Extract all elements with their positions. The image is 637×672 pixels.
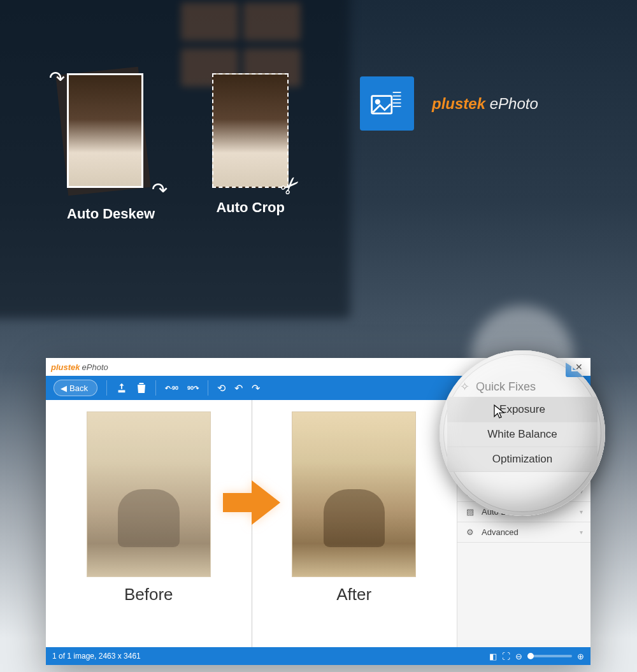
fit-screen-icon[interactable]: ⛶ — [502, 652, 510, 661]
app-brand-block: plustek ePhoto — [360, 76, 538, 131]
deskew-photo: ↶ ↷ — [67, 73, 150, 194]
zoom-slider[interactable] — [527, 655, 572, 657]
feature-samples: ↶ ↷ Auto Deskew ✂ Auto Crop — [67, 73, 289, 222]
compare-view-icon[interactable]: ◧ — [489, 652, 497, 661]
back-button[interactable]: ◀ Back — [54, 380, 97, 396]
after-label: After — [336, 585, 371, 604]
before-photo — [87, 411, 211, 577]
export-icon[interactable] — [116, 382, 127, 394]
magic-wand-icon: ✧ — [460, 380, 469, 394]
redo-icon[interactable]: ↷ — [252, 382, 260, 394]
cursor-icon — [493, 404, 506, 422]
chevron-down-icon: ▾ — [580, 529, 583, 536]
app-icon — [360, 76, 414, 131]
statusbar: 1 of 1 image, 2463 x 3461 ◧ ⛶ ⊖ ⊕ — [46, 647, 590, 665]
undo-icon[interactable]: ↶ — [234, 382, 243, 394]
quick-fix-white-balance[interactable]: White Balance — [447, 422, 598, 447]
zoom-out-icon[interactable]: ⊖ — [515, 652, 522, 661]
panel-item-label: Advanced — [482, 527, 519, 537]
magnifier-overlay: ✧ Quick Fixes Exposure White Balance Opt… — [440, 350, 605, 516]
crop-photo: ✂ — [212, 73, 289, 188]
svg-point-1 — [376, 100, 380, 104]
crop-label: Auto Crop — [212, 199, 289, 216]
quick-fix-optimization[interactable]: Optimization — [447, 447, 598, 472]
rotate-arrow-icon: ↶ — [49, 67, 65, 89]
panel-item-icon: ⚙ — [465, 527, 475, 537]
quick-fixes-header: ✧ Quick Fixes — [447, 376, 598, 397]
after-photo — [292, 411, 416, 577]
panel-item-advanced[interactable]: ⚙Advanced▾ — [457, 522, 590, 543]
rotate-left-button[interactable]: ↶-90 — [165, 385, 178, 392]
app-logo-text: plustek ePhoto — [432, 95, 538, 113]
back-arrow-icon: ◀ — [61, 383, 67, 393]
quick-fixes-label: Quick Fixes — [476, 380, 536, 394]
compare-arrow-icon — [223, 477, 280, 531]
panel-item-icon: ▨ — [465, 507, 475, 517]
titlebar-brand: plustek — [51, 362, 80, 372]
quick-fix-exposure[interactable]: Exposure — [447, 397, 598, 422]
zoom-in-icon[interactable]: ⊕ — [577, 652, 584, 661]
rotate-arrow-icon: ↷ — [152, 178, 168, 201]
canvas-area: Before After — [46, 400, 457, 647]
before-label: Before — [124, 585, 173, 604]
titlebar-product: ePhoto — [82, 362, 108, 372]
rotate-right-button[interactable]: 90↷ — [187, 385, 199, 392]
auto-crop-sample: ✂ Auto Crop — [212, 73, 289, 222]
status-text: 1 of 1 image, 2463 x 3461 — [52, 652, 484, 661]
refresh-icon[interactable]: ⟲ — [217, 382, 225, 394]
delete-icon[interactable] — [136, 382, 147, 394]
auto-deskew-sample: ↶ ↷ Auto Deskew — [67, 73, 155, 222]
chevron-down-icon: ▾ — [580, 508, 583, 515]
back-label: Back — [69, 383, 88, 393]
deskew-label: Auto Deskew — [67, 206, 155, 222]
